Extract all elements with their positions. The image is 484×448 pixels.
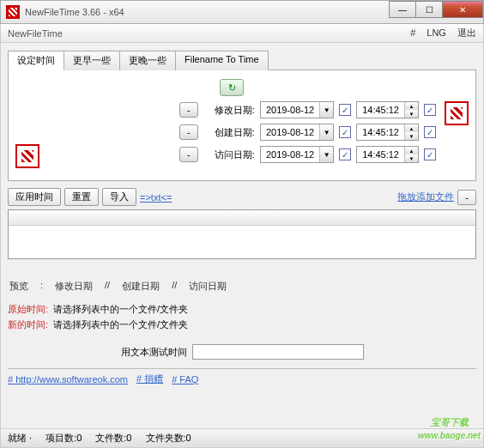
tab-earlier[interactable]: 更早一些 (64, 51, 120, 70)
close-button[interactable]: ✕ (442, 1, 483, 18)
chk-access-time[interactable]: ✓ (424, 148, 436, 160)
chk-modify-date[interactable]: ✓ (339, 104, 351, 116)
url-link[interactable]: # http://www.softwareok.com (8, 374, 128, 384)
txt-link[interactable]: =>txt<= (140, 192, 172, 203)
tab-settime[interactable]: 设定时间 (8, 51, 64, 70)
label-access: 访问日期: (203, 148, 255, 161)
minus-create[interactable]: - (179, 124, 198, 140)
donate-link[interactable]: # 捐赠 (136, 372, 163, 385)
date-access[interactable]: 2019-08-12▼ (260, 146, 334, 163)
app-icon (6, 5, 20, 19)
new-time-label: 新的时间: (8, 319, 48, 330)
maximize-button[interactable]: ☐ (415, 1, 443, 18)
chk-create-date[interactable]: ✓ (339, 126, 351, 138)
tab-later[interactable]: 更晚一些 (119, 51, 176, 70)
minus-modify[interactable]: - (179, 102, 198, 118)
remove-button[interactable]: - (457, 190, 476, 205)
chevron-down-icon: ▼ (319, 147, 333, 162)
minus-access[interactable]: - (179, 147, 198, 162)
chk-modify-time[interactable]: ✓ (424, 104, 436, 116)
menu-hash[interactable]: # (410, 27, 415, 38)
menu-lng[interactable]: LNG (427, 27, 446, 38)
time-access[interactable]: 14:45:12▲▼ (356, 146, 419, 163)
time-modify[interactable]: 14:45:12▲▼ (356, 101, 419, 118)
chevron-down-icon: ▼ (319, 102, 333, 118)
orig-time-label: 原始时间: (8, 304, 48, 314)
file-list[interactable] (8, 209, 476, 259)
chk-create-time[interactable]: ✓ (424, 126, 436, 138)
orig-time-text: 请选择列表中的一个文件/文件夹 (53, 304, 188, 314)
dragdrop-link[interactable]: 拖放添加文件 (397, 191, 454, 203)
chevron-down-icon: ▼ (319, 124, 333, 140)
label-create: 创建日期: (203, 126, 255, 139)
app-name: NewFileTime (8, 28, 402, 39)
tab-filename[interactable]: Filename To Time (175, 51, 269, 70)
time-create[interactable]: 14:45:12▲▼ (356, 124, 419, 141)
test-input[interactable] (192, 344, 364, 360)
list-header[interactable] (9, 210, 475, 226)
reset-button[interactable]: 重置 (64, 188, 99, 206)
import-button[interactable]: 导入 (102, 188, 136, 206)
test-label: 用文本测试时间 (121, 346, 187, 359)
chk-access-date[interactable]: ✓ (339, 148, 351, 160)
refresh-button[interactable]: ↻ (220, 79, 244, 96)
status-folders: 文件夹数:0 (146, 432, 191, 445)
preview-label: 预览 (9, 280, 28, 293)
clock-icon-top[interactable] (445, 101, 469, 125)
apply-button[interactable]: 应用时间 (8, 188, 61, 206)
status-ready: 就绪 · (8, 432, 32, 445)
faq-link[interactable]: # FAQ (172, 374, 198, 384)
clock-icon-bottom[interactable] (15, 144, 39, 168)
label-modify: 修改日期: (203, 104, 255, 117)
menu-exit[interactable]: 退出 (457, 27, 476, 38)
date-modify[interactable]: 2019-08-12▼ (260, 101, 334, 118)
new-time-text: 请选择列表中的一个文件/文件夹 (53, 319, 188, 330)
minimize-button[interactable]: — (389, 1, 416, 18)
status-files: 文件数:0 (95, 432, 131, 445)
date-create[interactable]: 2019-08-12▼ (260, 124, 334, 141)
window-title: NewFileTime 3.66 - x64 (25, 7, 390, 17)
status-items: 项目数:0 (45, 432, 82, 445)
